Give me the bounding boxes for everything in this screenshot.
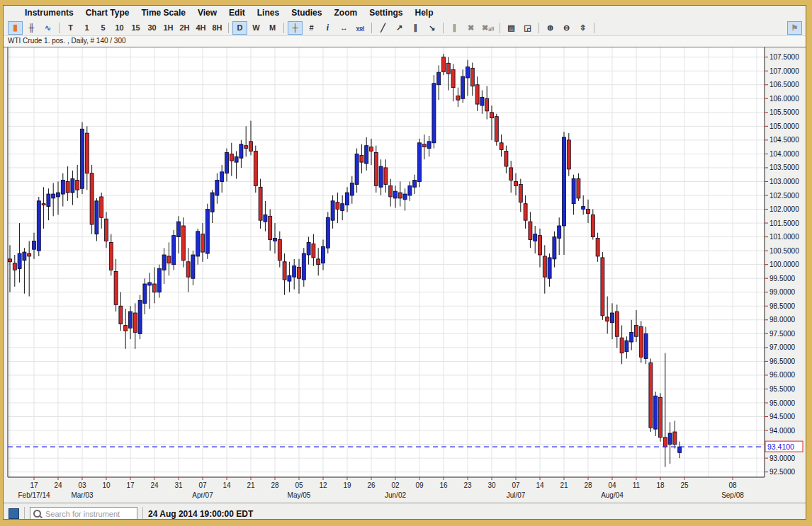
timescale-15min-button[interactable]: 15 bbox=[128, 21, 143, 35]
statusbar-divider bbox=[24, 507, 25, 520]
price-label: 92.5000 bbox=[769, 468, 796, 476]
candle-body bbox=[307, 242, 310, 255]
candle-body bbox=[201, 234, 205, 252]
candle-body bbox=[649, 362, 653, 428]
fit-price-scale-button[interactable]: ⇳ bbox=[575, 21, 590, 35]
workspace-color-swatch[interactable] bbox=[9, 508, 19, 519]
candle-body bbox=[524, 204, 527, 220]
timescale-1h-button[interactable]: 1H bbox=[161, 21, 176, 35]
candle-body bbox=[269, 216, 272, 239]
price-label: 98.0000 bbox=[769, 316, 796, 324]
menu-item-chart-type[interactable]: Chart Type bbox=[86, 8, 130, 18]
candle-body bbox=[109, 242, 113, 270]
menu-item-view[interactable]: View bbox=[198, 8, 217, 18]
timescale-5min-button[interactable]: 5 bbox=[96, 21, 111, 35]
candle-body bbox=[591, 215, 594, 236]
candle-body bbox=[553, 237, 556, 259]
timescale-30min-button[interactable]: 30 bbox=[145, 21, 159, 35]
menu-item-settings[interactable]: Settings bbox=[369, 8, 402, 18]
candle-body bbox=[394, 191, 397, 198]
price-label: 103.0000 bbox=[769, 178, 799, 185]
date-day-label: 02 bbox=[391, 481, 400, 489]
info-button[interactable]: i bbox=[320, 21, 335, 35]
timescale-1min-button[interactable]: 1 bbox=[79, 21, 94, 35]
candle-body bbox=[398, 193, 402, 198]
menu-item-lines[interactable]: Lines bbox=[257, 8, 279, 18]
print-preview-button[interactable]: ◲ bbox=[520, 21, 535, 35]
candle-body bbox=[635, 326, 638, 337]
price-label: 101.5000 bbox=[769, 219, 799, 227]
candle-body bbox=[620, 338, 624, 353]
price-label: 95.5000 bbox=[769, 385, 796, 393]
date-month-label: Jun/02 bbox=[385, 491, 406, 499]
candle-body bbox=[235, 156, 238, 162]
candle-body bbox=[172, 236, 176, 265]
date-month-label: Aug/04 bbox=[601, 491, 624, 499]
timescale-tick-button[interactable]: T bbox=[63, 21, 78, 35]
instrument-search-box[interactable] bbox=[30, 507, 137, 520]
chart-type-line-button[interactable]: ∿ bbox=[40, 21, 55, 35]
chart-type-candlestick-button[interactable]: ▮ bbox=[8, 21, 23, 35]
arrow-tool-button[interactable]: ↘ bbox=[424, 21, 439, 35]
candle-body bbox=[18, 253, 21, 268]
date-month-label: Sep/08 bbox=[721, 491, 744, 499]
candle-body bbox=[148, 282, 152, 285]
pin-panel-button[interactable]: ⚑ bbox=[787, 21, 802, 35]
menu-item-zoom[interactable]: Zoom bbox=[334, 8, 357, 18]
price-label: 100.5000 bbox=[769, 247, 799, 255]
candlestick-chart[interactable]: 17Feb/17/142403Mar/031017243107Apr/07142… bbox=[4, 47, 806, 503]
candle-body bbox=[470, 68, 474, 86]
trend-line-tool-button[interactable]: ╱ bbox=[376, 21, 390, 35]
zoom-in-button[interactable]: ⊕ bbox=[543, 21, 558, 35]
date-day-label: 31 bbox=[174, 481, 183, 489]
candle-body bbox=[654, 396, 658, 429]
date-day-label: 07 bbox=[198, 481, 207, 489]
candle-body bbox=[23, 252, 26, 261]
menu-item-time-scale[interactable]: Time Scale bbox=[141, 8, 185, 18]
timescale-daily-button[interactable]: D bbox=[232, 21, 247, 35]
candle-body bbox=[278, 240, 281, 261]
price-label: 96.0000 bbox=[769, 371, 796, 379]
price-label: 99.0000 bbox=[769, 288, 796, 296]
menu-item-edit[interactable]: Edit bbox=[229, 8, 245, 18]
candle-body bbox=[577, 179, 580, 198]
parallel-channel-tool-button[interactable]: ∥ bbox=[408, 21, 423, 35]
date-month-label: Mar/03 bbox=[71, 491, 94, 499]
delete-all-drawings-button[interactable]: ✖ₐₗₗ bbox=[480, 21, 496, 35]
grid-button[interactable]: # bbox=[304, 21, 319, 35]
bar-spacing-button[interactable]: ↔ bbox=[337, 21, 351, 35]
zoom-out-button[interactable]: ⊖ bbox=[559, 21, 574, 35]
date-month-label: Apr/07 bbox=[192, 491, 213, 499]
price-label: 93.0000 bbox=[769, 454, 796, 462]
candle-body bbox=[129, 311, 132, 328]
candle-body bbox=[567, 140, 570, 169]
chart-type-ohlc-bars-button[interactable]: ╫ bbox=[24, 21, 39, 35]
date-day-label: 17 bbox=[126, 481, 135, 489]
candle-body bbox=[572, 179, 575, 204]
price-label: 97.0000 bbox=[769, 343, 796, 351]
timescale-4h-button[interactable]: 4H bbox=[193, 21, 208, 35]
candle-body bbox=[475, 85, 479, 104]
delete-drawing-button[interactable]: ✖ bbox=[463, 21, 478, 35]
trend-ray-tool-button[interactable]: ↗ bbox=[392, 21, 407, 35]
candle-body bbox=[480, 97, 484, 105]
toolbar: ▮╫∿T151015301H2H4H8HDWM┼#i↔vol╱↗∥↘∥✖✖ₐₗₗ… bbox=[4, 20, 806, 36]
timescale-weekly-button[interactable]: W bbox=[249, 21, 264, 35]
crosshair-button[interactable]: ┼ bbox=[288, 21, 303, 35]
print-button[interactable]: ▤ bbox=[504, 21, 519, 35]
duplicate-line-button[interactable]: ∥ bbox=[447, 21, 462, 35]
timescale-8h-button[interactable]: 8H bbox=[210, 21, 225, 35]
menu-item-studies[interactable]: Studies bbox=[291, 8, 322, 18]
timescale-10min-button[interactable]: 10 bbox=[112, 21, 127, 35]
search-input[interactable] bbox=[44, 509, 134, 519]
timescale-2h-button[interactable]: 2H bbox=[177, 21, 192, 35]
menu-item-help[interactable]: Help bbox=[415, 8, 433, 18]
menu-item-instruments[interactable]: Instruments bbox=[25, 8, 74, 18]
candle-body bbox=[302, 253, 305, 280]
price-label: 96.5000 bbox=[769, 358, 796, 365]
timescale-monthly-button[interactable]: M bbox=[265, 21, 280, 35]
candle-body bbox=[33, 241, 36, 249]
date-day-label: 24 bbox=[54, 481, 62, 489]
candle-body bbox=[504, 151, 508, 166]
volume-button[interactable]: vol bbox=[353, 21, 368, 35]
